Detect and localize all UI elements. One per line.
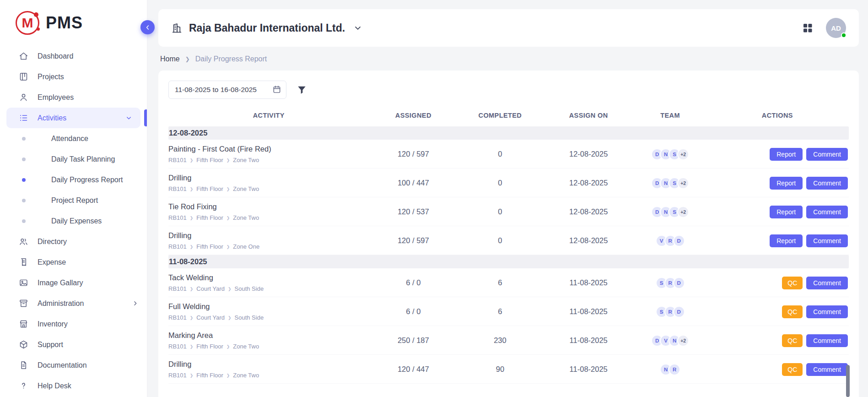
- sidebar-item-activities[interactable]: Activities: [6, 108, 140, 128]
- group-date-label: 12-08-2025: [169, 129, 207, 137]
- sidebar-item-help-desk[interactable]: Help Desk: [0, 375, 147, 396]
- team-member-avatar[interactable]: D: [673, 306, 685, 318]
- team-more-badge[interactable]: +2: [677, 206, 689, 218]
- comment-button[interactable]: Comment: [806, 277, 848, 289]
- team-avatars: NR: [635, 364, 706, 375]
- sidebar-item-documentation[interactable]: Documentation: [0, 355, 147, 375]
- path-segment: Fifth Floor: [196, 372, 223, 379]
- path-separator-icon: ❯: [190, 245, 194, 249]
- assigned-value: 100 / 447: [369, 179, 458, 187]
- path-segment: RB101: [168, 285, 187, 292]
- path-segment: RB101: [168, 243, 187, 250]
- sidebar-item-directory[interactable]: Directory: [0, 231, 147, 252]
- team-member-avatar[interactable]: D: [673, 277, 685, 289]
- group-date-label: 11-08-2025: [169, 257, 207, 266]
- assigned-value: 120 / 447: [369, 365, 458, 374]
- activity-row: Marking Area RB101❯Fifth Floor❯Zone Two …: [168, 326, 849, 355]
- comment-button[interactable]: Comment: [806, 334, 848, 347]
- comment-button[interactable]: Comment: [806, 206, 848, 218]
- comment-button[interactable]: Comment: [806, 234, 848, 247]
- team-more-badge[interactable]: +2: [677, 148, 689, 160]
- row-actions: QC Comment: [706, 363, 849, 376]
- sidebar-item-daily-expenses[interactable]: Daily Expenses: [0, 211, 147, 231]
- user-avatar[interactable]: AD: [826, 18, 846, 38]
- bullet-icon: [22, 137, 26, 141]
- bullet-icon: [22, 158, 26, 161]
- report-button[interactable]: Report: [770, 234, 803, 247]
- sidebar-item-inventory[interactable]: Inventory: [0, 314, 147, 334]
- path-segment: RB101: [168, 372, 187, 379]
- activity-name: Tack Welding: [168, 273, 369, 282]
- completed-value: 0: [458, 207, 543, 216]
- row-actions: QC Comment: [706, 277, 849, 289]
- grid-apps-icon[interactable]: [802, 22, 813, 33]
- sidebar-item-employees[interactable]: Employees: [0, 87, 147, 108]
- company-selector[interactable]: Raja Bahadur International Ltd.: [171, 22, 362, 34]
- activity-cell: Full Welding RB101❯Court Yard❯South Side: [168, 302, 369, 321]
- bullet-icon: [22, 178, 26, 182]
- sidebar-item-dashboard[interactable]: Dashboard: [0, 46, 147, 66]
- sidebar-item-label: Inventory: [38, 320, 68, 328]
- completed-value: 0: [458, 150, 543, 158]
- team-avatars: SRD: [635, 306, 706, 318]
- path-separator-icon: ❯: [190, 373, 194, 378]
- activity-path: RB101❯Court Yard❯South Side: [168, 314, 369, 321]
- team-more-badge[interactable]: +2: [677, 335, 689, 347]
- assign-on-value: 12-08-2025: [543, 179, 635, 187]
- sidebar-item-project-report[interactable]: Project Report: [0, 190, 147, 211]
- question-icon: [18, 381, 28, 391]
- qc-button[interactable]: QC: [782, 334, 803, 347]
- team-member-avatar[interactable]: D: [673, 235, 685, 247]
- date-range-input[interactable]: [168, 81, 286, 99]
- scrollbar-thumb[interactable]: [846, 365, 850, 397]
- building-icon: [171, 22, 183, 34]
- sidebar-collapse-button[interactable]: [140, 20, 155, 34]
- sidebar-item-label: Documentation: [38, 361, 87, 370]
- sidebar-item-daily-task-planning[interactable]: Daily Task Planning: [0, 149, 147, 169]
- sidebar-item-projects[interactable]: Projects: [0, 66, 147, 87]
- sidebar-item-expense[interactable]: Expense: [0, 252, 147, 272]
- funnel-filter-icon[interactable]: [297, 85, 307, 95]
- qc-button[interactable]: QC: [782, 277, 803, 289]
- path-segment: RB101: [168, 314, 187, 321]
- assigned-value: 120 / 537: [369, 207, 458, 216]
- breadcrumb-home[interactable]: Home: [160, 55, 180, 63]
- activity-cell: Marking Area RB101❯Fifth Floor❯Zone Two: [168, 331, 369, 350]
- qc-button[interactable]: QC: [782, 363, 803, 376]
- kanban-icon: [18, 72, 28, 82]
- main-content: Raja Bahadur International Ltd. AD Home …: [147, 9, 868, 397]
- team-more-badge[interactable]: +2: [677, 177, 689, 189]
- column-header-team: TEAM: [635, 112, 706, 119]
- date-range-wrap: [168, 81, 286, 99]
- activity-row: Tack Welding RB101❯Court Yard❯South Side…: [168, 268, 849, 297]
- sidebar-item-support[interactable]: Support: [0, 334, 147, 355]
- sidebar-item-label: Daily Expenses: [51, 217, 102, 225]
- assign-on-value: 12-08-2025: [543, 150, 635, 158]
- assign-on-value: 11-08-2025: [543, 336, 635, 345]
- activity-name: Drilling: [168, 231, 369, 240]
- sidebar-item-administration[interactable]: Administration: [0, 293, 147, 314]
- sidebar-item-image-gallary[interactable]: Image Gallary: [0, 272, 147, 293]
- team-member-avatar[interactable]: R: [669, 364, 680, 375]
- sidebar-item-label: Daily Task Planning: [51, 155, 115, 163]
- comment-button[interactable]: Comment: [806, 177, 848, 190]
- chevron-right-icon: [132, 300, 139, 307]
- path-separator-icon: ❯: [228, 315, 232, 320]
- assign-on-value: 12-08-2025: [543, 207, 635, 216]
- report-table-body: 12-08-2025 Painting - First Coat (Fire R…: [168, 126, 849, 384]
- report-button[interactable]: Report: [770, 206, 803, 218]
- report-button[interactable]: Report: [770, 177, 803, 190]
- report-button[interactable]: Report: [770, 148, 803, 161]
- assigned-value: 6 / 0: [369, 278, 458, 287]
- sidebar-item-attendance[interactable]: Attendance: [0, 128, 147, 149]
- cube-icon: [18, 340, 28, 350]
- comment-button[interactable]: Comment: [806, 305, 848, 318]
- path-segment: Fifth Floor: [196, 157, 223, 163]
- sidebar-item-daily-progress-report[interactable]: Daily Progress Report: [0, 169, 147, 190]
- comment-button[interactable]: Comment: [806, 363, 848, 376]
- activity-cell: Painting - First Coat (Fire Red) RB101❯F…: [168, 145, 369, 163]
- qc-button[interactable]: QC: [782, 305, 803, 318]
- assigned-value: 250 / 187: [369, 336, 458, 345]
- sidebar: M PMS Dashboard Projects Employees: [0, 0, 147, 397]
- comment-button[interactable]: Comment: [806, 148, 848, 161]
